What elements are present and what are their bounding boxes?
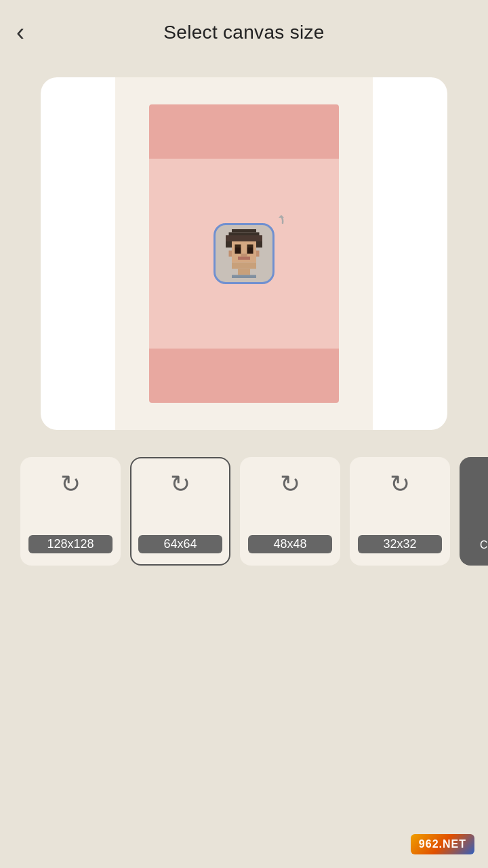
size-card-32[interactable]: ↻ 32x32 (350, 457, 450, 566)
svg-marker-0 (279, 215, 284, 218)
size-card-48[interactable]: ↻ 48x48 (240, 457, 340, 566)
svg-rect-15 (256, 251, 260, 257)
right-panel (373, 77, 447, 430)
pixel-character-frame (214, 223, 274, 284)
svg-rect-4 (226, 241, 232, 248)
size-card-64[interactable]: ↻ 64x64 (130, 457, 230, 566)
size-selector-row: ↻ 128x128 ↻ 64x64 ↻ 48x48 ↻ 32x32 + Cust… (0, 457, 488, 566)
svg-rect-10 (238, 257, 250, 260)
size-label-custom: Custom size (468, 537, 488, 553)
left-panel (41, 77, 115, 430)
back-button[interactable]: ‹ (16, 20, 24, 45)
svg-rect-5 (256, 241, 262, 248)
size-label-128: 128x128 (28, 535, 113, 553)
svg-rect-3 (226, 235, 262, 241)
svg-rect-7 (235, 248, 241, 254)
page-title: Select canvas size (163, 22, 324, 43)
svg-rect-16 (235, 245, 241, 248)
refresh-icon-32: ↻ (390, 472, 410, 496)
pink-mid-area (149, 159, 339, 349)
size-label-64: 64x64 (138, 535, 222, 553)
svg-rect-8 (247, 248, 253, 254)
canvas-preview-container (41, 77, 447, 430)
svg-rect-2 (229, 233, 260, 236)
svg-rect-12 (238, 269, 250, 275)
size-card-128[interactable]: ↻ 128x128 (20, 457, 121, 566)
pink-bottom-band (149, 349, 339, 403)
refresh-icon-128: ↻ (60, 472, 81, 496)
size-card-custom[interactable]: + Custom size (460, 457, 488, 566)
svg-rect-17 (247, 245, 253, 248)
watermark: 962.NET (411, 834, 474, 854)
svg-rect-1 (232, 229, 256, 233)
pixel-art-character (220, 229, 268, 278)
size-label-32: 32x32 (358, 535, 442, 553)
refresh-icon-64: ↻ (170, 472, 190, 496)
svg-rect-14 (229, 251, 232, 257)
watermark-text: 962.NET (419, 838, 466, 850)
portrait-area (149, 104, 339, 403)
svg-rect-11 (232, 263, 256, 269)
pixel-char-wrapper (214, 223, 274, 284)
svg-rect-13 (232, 275, 256, 279)
pink-top-band (149, 104, 339, 159)
page-header: ‹ Select canvas size (0, 0, 488, 57)
refresh-icon-48: ↻ (280, 472, 300, 496)
svg-rect-9 (241, 254, 247, 257)
size-label-48: 48x48 (248, 535, 332, 553)
